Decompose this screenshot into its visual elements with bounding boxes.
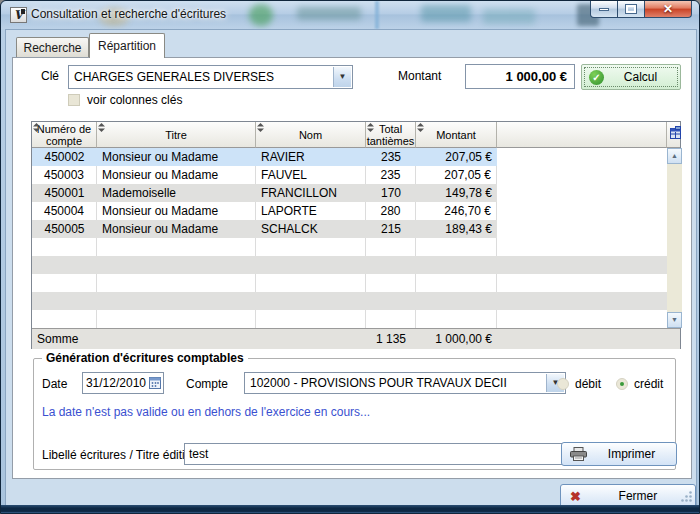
sort-icon <box>98 123 105 132</box>
check-circle-icon: ✓ <box>589 70 604 85</box>
sort-icon <box>257 123 264 132</box>
date-input[interactable]: 31/12/2010 <box>82 372 164 394</box>
table-row[interactable]: 450003 Monsieur ou Madame FAUVEL 235 207… <box>32 166 667 184</box>
debit-radio[interactable] <box>557 378 569 390</box>
sort-icon <box>417 123 424 132</box>
cell-nom: LAPORTE <box>256 202 366 220</box>
cell-montant: 189,43 € <box>416 220 497 238</box>
cell-numero: 450005 <box>32 220 97 238</box>
somme-row: Somme 1 135 1 000,00 € <box>32 328 680 349</box>
voir-colonnes-cles-checkbox[interactable] <box>68 94 80 106</box>
date-value: 31/12/2010 <box>85 373 146 393</box>
cell-montant: 207,05 € <box>416 148 497 166</box>
table-row[interactable]: 450002 Monsieur ou Madame RAVIER 235 207… <box>32 148 667 166</box>
calendar-icon[interactable] <box>148 375 162 390</box>
cell-tantiemes: 280 <box>366 202 416 220</box>
cell-nom: SCHALCK <box>256 220 366 238</box>
client-area: Recherche Répartition Clé CHARGES GENERA… <box>5 29 697 507</box>
cell-numero: 450004 <box>32 202 97 220</box>
calcul-button[interactable]: ✓ Calcul <box>581 64 681 90</box>
somme-label: Somme <box>37 329 78 349</box>
alt-row-band <box>32 256 667 274</box>
glass-artifact <box>483 9 535 24</box>
cell-nom: RAVIER <box>256 148 366 166</box>
credit-label: crédit <box>634 377 663 391</box>
radio-dot <box>620 382 624 386</box>
montant-input[interactable]: 1 000,00 € <box>465 64 575 89</box>
voir-colonnes-cles-label: voir colonnes clés <box>87 93 182 107</box>
window-controls: ✕ <box>590 1 692 20</box>
cell-numero: 450001 <box>32 184 97 202</box>
column-header-nom[interactable]: Nom <box>256 122 366 148</box>
credit-radio[interactable] <box>616 378 628 390</box>
sort-icon <box>33 123 40 132</box>
close-button[interactable]: ✕ <box>645 1 692 18</box>
table-row[interactable]: 450001 Mademoiselle FRANCILLON 170 149,7… <box>32 184 667 202</box>
cell-titre: Monsieur ou Madame <box>97 202 256 220</box>
tab-repartition[interactable]: Répartition <box>89 33 165 58</box>
glass-artifact <box>421 5 471 22</box>
scroll-down-button[interactable]: ▼ <box>667 312 682 328</box>
empty-row[interactable] <box>32 256 667 274</box>
resize-grip[interactable] <box>680 490 693 503</box>
maximize-button[interactable] <box>618 1 645 18</box>
window-bottom-frame <box>1 505 699 513</box>
close-icon: ✕ <box>663 3 673 15</box>
cell-titre: Mademoiselle <box>97 184 256 202</box>
fermer-button-label: Fermer <box>581 489 695 503</box>
minimize-button[interactable] <box>590 1 618 18</box>
cell-numero: 450003 <box>32 166 97 184</box>
tab-recherche[interactable]: Recherche <box>16 37 89 58</box>
date-label: Date <box>42 377 67 391</box>
printer-icon <box>570 447 587 461</box>
cell-montant: 149,78 € <box>416 184 497 202</box>
table-row[interactable]: 450004 Monsieur ou Madame LAPORTE 280 24… <box>32 202 667 220</box>
generation-legend: Génération d'écritures comptables <box>42 351 248 365</box>
cell-nom: FRANCILLON <box>256 184 366 202</box>
cell-titre: Monsieur ou Madame <box>97 148 256 166</box>
column-header-montant[interactable]: Montant <box>416 122 497 148</box>
repartition-table: Numéro de compte Titre Nom Total tantièm… <box>31 121 681 349</box>
table-row[interactable]: 450005 Monsieur ou Madame SCHALCK 215 18… <box>32 220 667 238</box>
somme-tantiemes: 1 135 <box>366 329 416 349</box>
cell-tantiemes: 170 <box>366 184 416 202</box>
imprimer-button[interactable]: Imprimer <box>561 442 677 466</box>
empty-row[interactable] <box>32 238 667 256</box>
cell-nom: FAUVEL <box>256 166 366 184</box>
empty-row[interactable] <box>32 310 667 328</box>
column-header-total-tantiemes[interactable]: Total tantièmes <box>366 122 416 148</box>
imprimer-button-label: Imprimer <box>587 447 676 461</box>
cell-titre: Monsieur ou Madame <box>97 220 256 238</box>
cell-tantiemes: 235 <box>366 148 416 166</box>
compte-dropdown-value: 102000 - PROVISIONS POUR TRAVAUX DECII <box>250 373 545 393</box>
repartition-tab-panel: Clé CHARGES GENERALES DIVERSES ▼ Montant… <box>12 57 692 479</box>
calcul-button-inner: ✓ Calcul <box>584 67 678 87</box>
titlebar[interactable]: V Consultation et recherche d'écritures … <box>1 1 699 29</box>
chevron-down-icon[interactable]: ▼ <box>333 67 351 87</box>
column-header-titre[interactable]: Titre <box>97 122 256 148</box>
empty-row[interactable] <box>32 292 667 310</box>
table-options-icon[interactable] <box>669 126 682 140</box>
close-x-icon: ✖ <box>570 490 581 503</box>
maximize-icon <box>626 5 636 13</box>
compte-dropdown[interactable]: 102000 - PROVISIONS POUR TRAVAUX DECII ▼ <box>244 372 566 394</box>
vertical-scrollbar[interactable]: ▲ ▼ <box>667 148 682 328</box>
libelle-label: Libellé écritures / Titre édition <box>42 448 198 462</box>
minimize-icon <box>599 8 609 11</box>
cell-tantiemes: 235 <box>366 166 416 184</box>
sort-icon <box>367 123 374 132</box>
scroll-up-button[interactable]: ▲ <box>667 148 682 164</box>
compte-label: Compte <box>186 377 228 391</box>
libelle-input[interactable]: test <box>184 443 576 465</box>
montant-label: Montant <box>398 69 441 83</box>
cell-numero: 450002 <box>32 148 97 166</box>
application-window: V Consultation et recherche d'écritures … <box>0 0 700 514</box>
column-header-filler <box>497 122 667 148</box>
empty-row[interactable] <box>32 274 667 292</box>
window-title: Consultation et recherche d'écritures <box>31 7 226 21</box>
calcul-button-label: Calcul <box>604 70 677 84</box>
app-icon: V <box>10 7 27 23</box>
cle-dropdown[interactable]: CHARGES GENERALES DIVERSES ▼ <box>68 65 353 89</box>
generation-fieldset: Génération d'écritures comptables Date 3… <box>33 358 676 470</box>
column-header-numero-compte[interactable]: Numéro de compte <box>32 122 97 148</box>
